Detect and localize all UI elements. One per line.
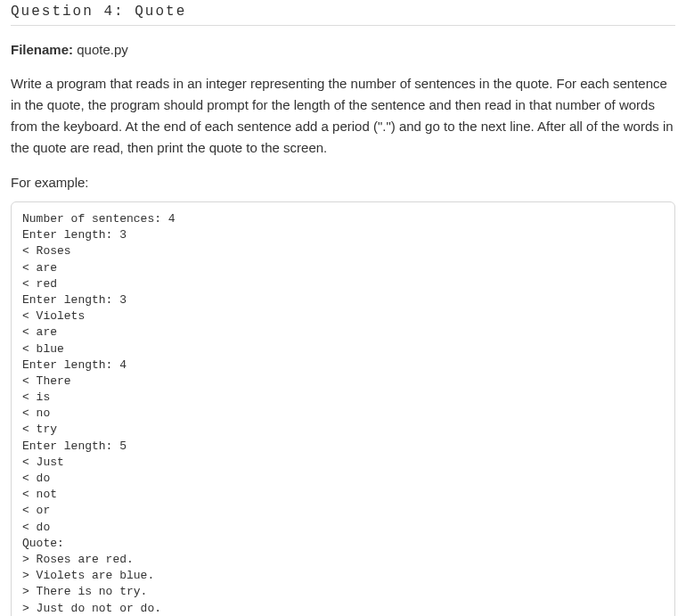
- example-label: For example:: [11, 175, 675, 190]
- question-title: Question 4: Quote: [11, 4, 675, 26]
- example-output: Number of sentences: 4 Enter length: 3 <…: [11, 201, 675, 616]
- filename-label: Filename:: [11, 42, 73, 57]
- filename-line: Filename: quote.py: [11, 42, 675, 57]
- question-document: Question 4: Quote Filename: quote.py Wri…: [0, 0, 686, 616]
- filename-value: quote.py: [77, 42, 128, 57]
- question-description: Write a program that reads in an integer…: [11, 73, 675, 159]
